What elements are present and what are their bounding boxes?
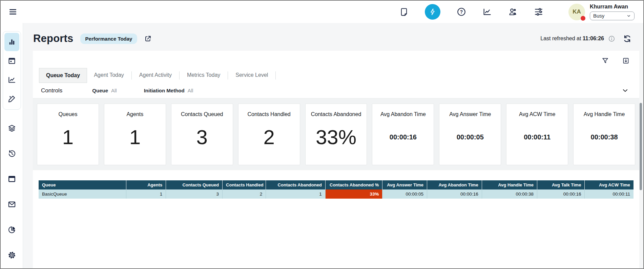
status-value: Busy	[593, 13, 626, 19]
sidebar-analytics-group	[3, 31, 21, 110]
status-dot	[581, 16, 585, 21]
metric-value-wrap: 00:00:11	[524, 117, 550, 165]
metric-card-contacts-abandoned: Contacts Abandoned33%	[305, 104, 367, 165]
metric-label: Agents	[126, 111, 143, 117]
refresh-zone: Last refreshed at 11:06:26	[540, 34, 632, 43]
svg-text:?: ?	[460, 9, 463, 15]
sidebar-item-pie-chart[interactable]	[4, 224, 19, 236]
cell-avg-talk-time: 00:00:16	[537, 189, 584, 199]
tab-service-level[interactable]: Service Level	[229, 68, 275, 83]
column-header-avg-abandon-time[interactable]: Avg Abandon Time	[427, 180, 482, 189]
avatar[interactable]: KA	[568, 4, 585, 20]
metric-label: Contacts Abandoned	[311, 111, 361, 117]
vertical-scrollbar[interactable]	[640, 103, 642, 190]
topbar-actions: ? KA Khurram Awan Busy	[399, 4, 635, 20]
column-header-contacts-queued[interactable]: Contacts Queued	[166, 180, 223, 189]
metric-value-wrap: 33%	[316, 117, 356, 165]
metric-value-wrap: 3	[196, 117, 208, 165]
table-header-row: QueueAgentsContacts QueuedContacts Handl…	[39, 180, 633, 189]
metric-value-wrap: 2	[263, 117, 274, 165]
metric-value: 1	[62, 126, 74, 149]
queue-table-wrap: QueueAgentsContacts QueuedContacts Handl…	[33, 170, 639, 199]
report-badge: Performance Today	[80, 33, 138, 44]
column-header-contacts-abandoned[interactable]: Contacts Abandoned	[266, 180, 326, 189]
column-header-queue[interactable]: Queue	[39, 180, 126, 189]
cell-avg-abandon-time: 00:00:16	[427, 189, 482, 199]
cell-avg-handle-time: 00:00:38	[482, 189, 537, 199]
sidebar-item-window[interactable]	[4, 173, 19, 185]
filter-value: All	[188, 88, 193, 93]
bar-chart-icon	[7, 38, 16, 46]
cell-agents: 1	[126, 189, 166, 199]
last-refreshed-label: Last refreshed at	[540, 36, 583, 41]
tab-metrics-today[interactable]: Metrics Today	[180, 68, 227, 83]
metric-card-queues: Queues1	[37, 104, 99, 165]
user-area: KA Khurram Awan Busy	[568, 4, 635, 20]
column-header-avg-talk-time[interactable]: Avg Talk Time	[537, 180, 584, 189]
external-link-icon[interactable]	[144, 35, 152, 43]
metric-value-wrap: 00:00:05	[457, 117, 484, 165]
metric-card-avg-answer-time: Avg Answer Time00:00:05	[439, 104, 501, 165]
column-header-agents[interactable]: Agents	[126, 180, 166, 189]
column-header-avg-acw-time[interactable]: Avg ACW Time	[585, 180, 633, 189]
tab-separator	[275, 71, 276, 80]
tab-strip: Queue TodayAgent TodayAgent ActivityMetr…	[33, 65, 639, 83]
real-time-metrics-icon[interactable]	[482, 7, 492, 17]
metric-value-wrap: 1	[62, 117, 74, 165]
user-name: Khurram Awan	[590, 4, 635, 10]
notes-icon[interactable]	[399, 7, 409, 17]
cell-contacts-queued: 3	[166, 189, 223, 199]
sidebar-item-layers[interactable]	[4, 122, 19, 134]
sidebar-item-design[interactable]	[4, 90, 19, 108]
hamburger-menu-icon[interactable]	[8, 7, 18, 17]
info-icon[interactable]	[608, 35, 615, 42]
filter-value: All	[111, 88, 117, 93]
sidebar	[1, 23, 23, 268]
column-header-contacts-handled[interactable]: Contacts Handled	[223, 180, 266, 189]
layers-icon	[7, 124, 16, 133]
quick-actions-lightning-icon[interactable]	[425, 4, 440, 20]
metric-card-avg-handle-time: Avg Handle Time00:00:38	[573, 104, 635, 165]
sidebar-item-line-chart[interactable]	[4, 71, 19, 89]
metric-value-wrap: 00:00:16	[390, 117, 417, 165]
filter-icon[interactable]	[601, 57, 609, 65]
avatar-initials: KA	[573, 8, 581, 15]
sidebar-item-bar-chart[interactable]	[4, 33, 19, 51]
metric-value-wrap: 00:00:38	[591, 117, 618, 165]
metric-label: Queues	[58, 111, 77, 117]
metric-value: 00:00:38	[591, 133, 618, 141]
sidebar-item-history[interactable]	[4, 148, 19, 159]
filter-queue[interactable]: QueueAll	[92, 88, 117, 93]
help-icon[interactable]: ?	[457, 7, 466, 17]
download-icon[interactable]	[622, 57, 630, 65]
refresh-icon[interactable]	[623, 34, 632, 43]
cell-queue: BasicQueue	[39, 189, 126, 199]
agents-icon[interactable]	[508, 7, 518, 17]
calendar-icon	[7, 57, 16, 65]
line-chart-icon	[7, 75, 16, 84]
controls-label: Controls	[41, 87, 62, 94]
settings-sliders-icon[interactable]	[534, 7, 543, 17]
filter-initiation-method[interactable]: Initiation MethodAll	[144, 88, 193, 93]
tab-agent-today[interactable]: Agent Today	[87, 68, 131, 83]
last-refreshed-text: Last refreshed at 11:06:26	[540, 36, 604, 42]
sidebar-item-settings[interactable]	[4, 249, 19, 261]
controls-collapse-chevron-icon[interactable]	[621, 87, 629, 94]
status-dropdown[interactable]: Busy	[590, 12, 635, 20]
column-header-contacts-abandoned[interactable]: Contacts Abandoned %	[325, 180, 382, 189]
column-header-avg-handle-time[interactable]: Avg Handle Time	[482, 180, 537, 189]
tab-queue-today[interactable]: Queue Today	[39, 68, 87, 83]
metric-card-avg-abandon-time: Avg Abandon Time00:00:16	[372, 104, 434, 165]
gear-icon	[7, 251, 16, 260]
metric-value: 2	[263, 126, 274, 149]
metric-card-contacts-queued: Contacts Queued3	[171, 104, 233, 165]
table-body: BasicQueue132133%00:00:0500:00:1600:00:3…	[39, 189, 633, 199]
sidebar-item-calendar[interactable]	[4, 52, 19, 70]
tab-separator	[179, 71, 180, 80]
tab-agent-activity[interactable]: Agent Activity	[132, 68, 179, 83]
filter-label: Queue	[92, 88, 108, 93]
column-header-avg-answer-time[interactable]: Avg Answer Time	[382, 180, 427, 189]
sidebar-item-mail[interactable]	[4, 199, 19, 210]
sidebar-list	[4, 122, 19, 269]
tab-separator	[228, 71, 228, 80]
